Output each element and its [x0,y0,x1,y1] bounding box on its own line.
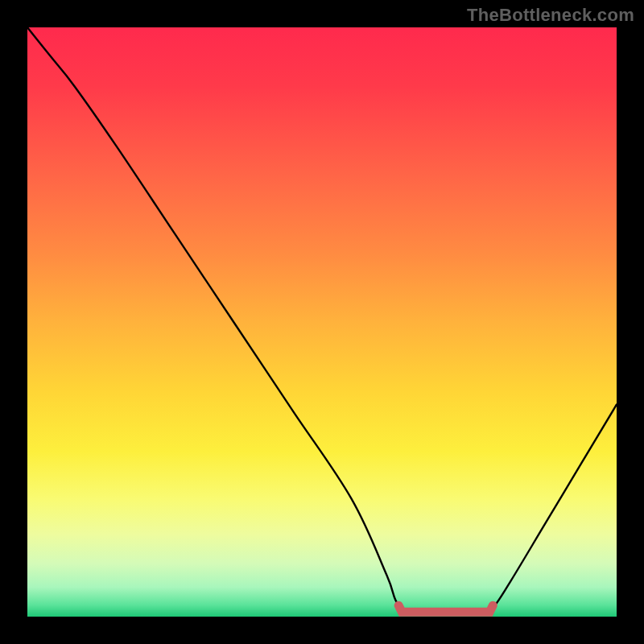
bottleneck-curve [27,27,617,614]
watermark-text: TheBottleneck.com [467,5,634,26]
chart-container: TheBottleneck.com [0,0,644,644]
plot-area [27,27,617,617]
curve-svg [27,27,617,617]
optimal-range-segment [398,605,493,612]
